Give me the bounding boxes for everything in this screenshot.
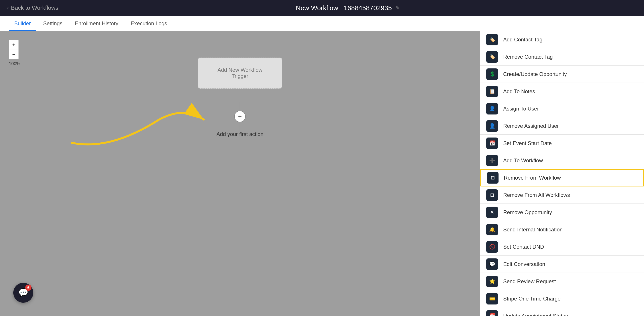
add-contact-tag-label: Add Contact Tag [503, 36, 542, 43]
chat-widget[interactable]: 💬 6 [13, 283, 33, 303]
sidebar-item-send-review-request[interactable]: ⭐ Send Review Request [480, 273, 644, 290]
connector-line-bottom [240, 122, 240, 131]
remove-from-all-workflows-icon: ⊟ [486, 189, 498, 201]
sidebar-item-remove-contact-tag[interactable]: 🏷️ Remove Contact Tag [480, 48, 644, 66]
arrow-annotation [40, 89, 240, 166]
send-internal-notification-icon: 🔔 [486, 224, 498, 235]
add-contact-tag-icon: 🏷️ [486, 34, 498, 45]
trigger-box[interactable]: Add New WorkflowTrigger [198, 58, 282, 89]
connector-line-top [240, 102, 240, 111]
create-update-opportunity-icon: 💲 [486, 68, 498, 80]
sidebar-item-set-event-start-date[interactable]: 📅 Set Event Start Date [480, 135, 644, 152]
add-action-label: Add your first action [216, 131, 264, 137]
chevron-left-icon: ‹ [7, 5, 9, 11]
update-appointment-status-label: Update Appointment Status [503, 313, 568, 316]
zoom-controls: + − 100% [9, 40, 20, 66]
set-event-start-date-icon: 📅 [486, 138, 498, 149]
remove-from-workflow-label: Remove From Workflow [504, 175, 561, 181]
zoom-level: 100% [9, 61, 20, 66]
send-review-request-icon: ⭐ [486, 276, 498, 287]
tab-builder[interactable]: Builder [9, 17, 36, 31]
stripe-one-time-charge-label: Stripe One Time Charge [503, 296, 560, 302]
tab-bar: Builder Settings Enrollment History Exec… [0, 16, 644, 31]
tab-settings[interactable]: Settings [38, 17, 68, 31]
add-to-notes-icon: 📋 [486, 86, 498, 97]
edit-icon[interactable]: ✎ [396, 5, 400, 11]
action-sidebar: 🏷️ Add Contact Tag 🏷️ Remove Contact Tag… [480, 31, 644, 316]
remove-from-all-workflows-label: Remove From All Workflows [503, 192, 570, 198]
sidebar-item-add-to-workflow[interactable]: ➕ Add To Workflow [480, 152, 644, 169]
sidebar-item-stripe-one-time-charge[interactable]: 💳 Stripe One Time Charge [480, 290, 644, 307]
workflow-title: New Workflow : 1688458702935 [296, 4, 392, 12]
remove-opportunity-label: Remove Opportunity [503, 209, 552, 215]
sidebar-item-add-contact-tag[interactable]: 🏷️ Add Contact Tag [480, 31, 644, 48]
stripe-one-time-charge-icon: 💳 [486, 293, 498, 305]
sidebar-item-send-internal-notification[interactable]: 🔔 Send Internal Notification [480, 221, 644, 238]
chat-badge: 6 [25, 285, 32, 291]
sidebar-item-remove-from-all-workflows[interactable]: ⊟ Remove From All Workflows [480, 186, 644, 204]
add-to-notes-label: Add To Notes [503, 88, 535, 95]
sidebar-item-remove-from-workflow[interactable]: ⊟ Remove From Workflow [480, 169, 644, 186]
remove-contact-tag-label: Remove Contact Tag [503, 54, 553, 60]
send-review-request-label: Send Review Request [503, 278, 556, 285]
remove-from-workflow-icon: ⊟ [487, 172, 498, 183]
zoom-in-button[interactable]: + [9, 40, 19, 50]
header: ‹ Back to Workflows New Workflow : 16884… [0, 0, 644, 16]
add-action-button[interactable]: + [234, 111, 246, 122]
zoom-out-button[interactable]: − [9, 50, 19, 59]
remove-opportunity-icon: ✕ [486, 207, 498, 218]
back-button[interactable]: ‹ Back to Workflows [7, 4, 58, 11]
add-to-workflow-label: Add To Workflow [503, 158, 543, 164]
edit-conversation-label: Edit Conversation [503, 261, 545, 267]
set-contact-dnd-label: Set Contact DND [503, 244, 544, 250]
back-label: Back to Workflows [11, 4, 58, 11]
sidebar-item-set-contact-dnd[interactable]: 🚫 Set Contact DND [480, 238, 644, 256]
add-to-workflow-icon: ➕ [486, 155, 498, 166]
workflow-canvas: + − 100% Add New WorkflowTrigger + Add y… [0, 31, 480, 316]
sidebar-item-remove-assigned-user[interactable]: 👤 Remove Assigned User [480, 117, 644, 135]
edit-conversation-icon: 💬 [486, 258, 498, 270]
send-internal-notification-label: Send Internal Notification [503, 227, 562, 233]
sidebar-item-edit-conversation[interactable]: 💬 Edit Conversation [480, 256, 644, 273]
assign-to-user-label: Assign To User [503, 106, 539, 112]
sidebar-item-add-to-notes[interactable]: 📋 Add To Notes [480, 83, 644, 100]
sidebar-item-remove-opportunity[interactable]: ✕ Remove Opportunity [480, 204, 644, 221]
set-contact-dnd-icon: 🚫 [486, 241, 498, 253]
tab-execution-logs[interactable]: Execution Logs [126, 17, 172, 31]
page-title: New Workflow : 1688458702935 ✎ [58, 4, 637, 12]
connector: + Add your first action [216, 102, 264, 137]
update-appointment-status-icon: 📅 [486, 310, 498, 316]
create-update-opportunity-label: Create/Update Opportunity [503, 71, 567, 77]
tab-enrollment-history[interactable]: Enrollment History [70, 17, 124, 31]
assign-to-user-icon: 👤 [486, 103, 498, 115]
remove-assigned-user-icon: 👤 [486, 120, 498, 132]
trigger-label: Add New WorkflowTrigger [218, 67, 262, 79]
remove-contact-tag-icon: 🏷️ [486, 51, 498, 63]
remove-assigned-user-label: Remove Assigned User [503, 123, 559, 129]
main-content: + − 100% Add New WorkflowTrigger + Add y… [0, 31, 644, 316]
sidebar-item-assign-to-user[interactable]: 👤 Assign To User [480, 100, 644, 117]
set-event-start-date-label: Set Event Start Date [503, 140, 552, 146]
sidebar-item-create-update-opportunity[interactable]: 💲 Create/Update Opportunity [480, 66, 644, 83]
sidebar-item-update-appointment-status[interactable]: 📅 Update Appointment Status [480, 307, 644, 316]
